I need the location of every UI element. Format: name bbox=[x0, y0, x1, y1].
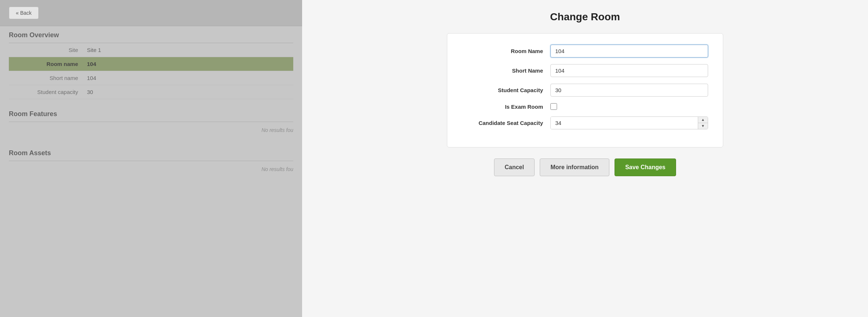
room-name-input[interactable] bbox=[550, 45, 708, 58]
save-changes-button[interactable]: Save Changes bbox=[615, 158, 676, 176]
room-assets-section: Room Assets No results fou bbox=[0, 144, 302, 183]
is-exam-room-checkbox[interactable] bbox=[550, 103, 557, 110]
row-label: Site bbox=[9, 43, 83, 57]
student-capacity-row: Student Capacity bbox=[462, 84, 708, 97]
table-row: Short name 104 bbox=[9, 71, 293, 85]
row-label: Short name bbox=[9, 71, 83, 85]
modal-form-card: Room Name Short Name Student Capacity Is… bbox=[447, 33, 723, 147]
spinner-up-button[interactable]: ▲ bbox=[698, 117, 708, 123]
background-panel: « Back Room Overview Site Site 1 Room na… bbox=[0, 0, 302, 317]
room-features-title: Room Features bbox=[9, 105, 293, 122]
cancel-button[interactable]: Cancel bbox=[494, 158, 535, 176]
room-features-no-results: No results fou bbox=[9, 122, 293, 138]
room-name-label: Room Name bbox=[462, 48, 550, 54]
short-name-row: Short Name bbox=[462, 64, 708, 77]
row-value: 104 bbox=[83, 71, 293, 85]
spinner-down-button[interactable]: ▼ bbox=[698, 123, 708, 129]
room-name-row: Room Name bbox=[462, 45, 708, 58]
candidate-seat-row: Candidate Seat Capacity ▲ ▼ bbox=[462, 116, 708, 129]
short-name-input[interactable] bbox=[550, 64, 708, 77]
candidate-seat-input[interactable] bbox=[551, 117, 698, 129]
table-row: Site Site 1 bbox=[9, 43, 293, 57]
room-features-section: Room Features No results fou bbox=[0, 105, 302, 144]
modal-actions: Cancel More information Save Changes bbox=[494, 158, 676, 176]
is-exam-room-label: Is Exam Room bbox=[462, 104, 550, 110]
room-overview-section: Room Overview Site Site 1 Room name 104 … bbox=[0, 26, 302, 105]
modal-title: Change Room bbox=[550, 11, 620, 23]
student-capacity-input[interactable] bbox=[550, 84, 708, 97]
student-capacity-label: Student Capacity bbox=[462, 87, 550, 93]
room-assets-no-results: No results fou bbox=[9, 161, 293, 177]
short-name-label: Short Name bbox=[462, 67, 550, 74]
top-bar: « Back bbox=[0, 0, 302, 26]
spinner-buttons: ▲ ▼ bbox=[698, 117, 708, 129]
table-row: Student capacity 30 bbox=[9, 85, 293, 99]
is-exam-room-row: Is Exam Room bbox=[462, 103, 708, 110]
row-label: Room name bbox=[9, 57, 83, 71]
table-row-highlighted: Room name 104 bbox=[9, 57, 293, 71]
row-value: 30 bbox=[83, 85, 293, 99]
back-button[interactable]: « Back bbox=[9, 7, 39, 19]
candidate-seat-spinner: ▲ ▼ bbox=[550, 116, 708, 129]
more-information-button[interactable]: More information bbox=[540, 158, 609, 176]
room-assets-title: Room Assets bbox=[9, 144, 293, 161]
candidate-seat-label: Candidate Seat Capacity bbox=[462, 120, 550, 126]
row-value: Site 1 bbox=[83, 43, 293, 57]
row-value: 104 bbox=[83, 57, 293, 71]
room-overview-title: Room Overview bbox=[9, 26, 293, 43]
modal-panel: Change Room Room Name Short Name Student… bbox=[302, 0, 868, 317]
row-label: Student capacity bbox=[9, 85, 83, 99]
room-overview-table: Site Site 1 Room name 104 Short name 104… bbox=[9, 43, 293, 99]
